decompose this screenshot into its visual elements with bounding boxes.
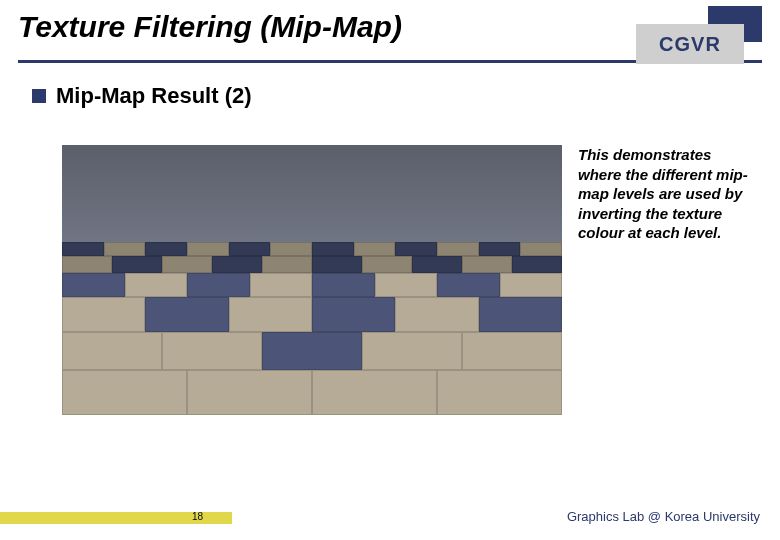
logo-text: CGVR [659, 33, 721, 56]
mipmap-image [62, 145, 562, 415]
subtitle: Mip-Map Result (2) [56, 83, 252, 109]
footer-credit: Graphics Lab @ Korea University [567, 509, 760, 524]
caption-text: This demonstrates where the different mi… [578, 145, 758, 243]
header: Texture Filtering (Mip-Map) CGVR [0, 0, 780, 44]
slide: Texture Filtering (Mip-Map) CGVR Mip-Map… [0, 0, 780, 540]
image-sky [62, 145, 562, 242]
logo: CGVR [632, 6, 762, 68]
logo-badge: CGVR [636, 24, 744, 64]
page-number: 18 [192, 511, 203, 522]
image-floor [62, 242, 562, 415]
floor-tiles [62, 242, 562, 415]
bullet-icon [32, 89, 46, 103]
subtitle-row: Mip-Map Result (2) [32, 83, 780, 109]
